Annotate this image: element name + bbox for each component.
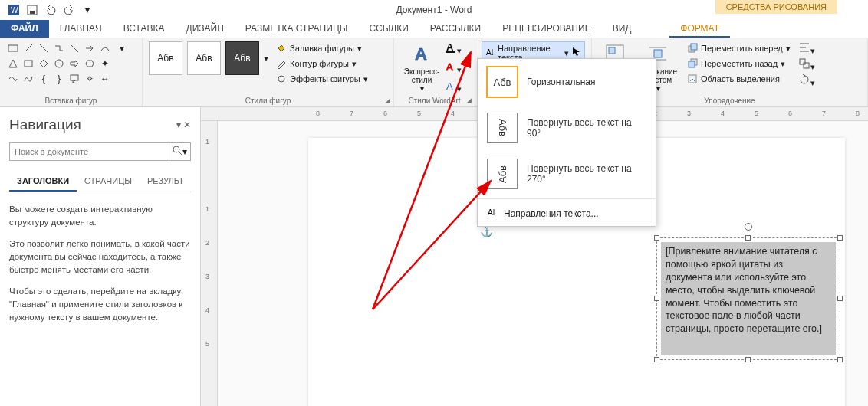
shape-brace-icon[interactable]: { (37, 72, 51, 86)
resize-handle[interactable] (654, 296, 659, 301)
shape-connector2-icon[interactable] (67, 41, 81, 55)
qat-customize-icon[interactable]: ▾ (81, 4, 94, 16)
quick-styles-button[interactable]: A Экспресс-стили▾ (400, 41, 443, 94)
styles-more-icon[interactable]: ▾ (264, 53, 268, 64)
save-icon[interactable] (26, 4, 38, 16)
resize-handle[interactable] (654, 235, 659, 241)
nav-tab-pages[interactable]: СТРАНИЦЫ (77, 172, 140, 192)
tab-design[interactable]: ДИЗАЙН (176, 20, 235, 38)
shape-arrow-icon[interactable] (83, 41, 97, 55)
dd-item-more[interactable]: A ННаправления текста...аправления текст… (478, 201, 656, 226)
resize-handle[interactable] (837, 357, 843, 362)
text-box[interactable]: [Привлеките внимание читателя с помощью … (656, 237, 840, 360)
svg-rect-31 (804, 63, 809, 68)
shape-hex-icon[interactable] (83, 57, 97, 70)
send-backward-button[interactable]: Переместить назад ▾ (684, 57, 794, 70)
shape-triangle-icon[interactable] (6, 57, 20, 70)
shape-effects-button[interactable]: Эффекты фигуры ▾ (273, 72, 371, 86)
shapes-gallery[interactable]: ✦ { } ✧ ↔ (6, 41, 112, 86)
nav-tab-headings[interactable]: ЗАГОЛОВКИ (9, 172, 77, 192)
resize-handle[interactable] (745, 357, 751, 362)
resize-handle[interactable] (654, 357, 659, 362)
nav-search-input[interactable] (10, 143, 169, 160)
text-box-content[interactable]: [Привлеките внимание читателя с помощью … (661, 242, 836, 355)
shape-textbox-icon[interactable] (6, 41, 20, 55)
shape-arrowr-icon[interactable] (67, 57, 81, 70)
text-outline-button[interactable]: A▾ (445, 61, 462, 75)
align-button[interactable]: ▾ (798, 41, 815, 56)
shape-circle-icon[interactable] (52, 57, 66, 70)
resize-handle[interactable] (837, 296, 843, 301)
shape-callout-icon[interactable] (67, 72, 81, 86)
tab-home[interactable]: ГЛАВНАЯ (49, 20, 113, 38)
tab-references[interactable]: ССЫЛКИ (358, 20, 419, 38)
nav-search-button[interactable]: ▾ (169, 143, 190, 160)
shape-brace2-icon[interactable]: } (52, 72, 66, 86)
selection-pane-button[interactable]: Область выделения (684, 72, 794, 86)
resize-handle[interactable] (745, 235, 751, 241)
shape-fill-button[interactable]: Заливка фигуры ▾ (273, 41, 371, 55)
shape-star-icon[interactable]: ✦ (98, 57, 112, 70)
svg-point-8 (55, 60, 63, 67)
shapes-more-icon[interactable]: ▾ (117, 41, 127, 55)
svg-rect-30 (800, 59, 805, 64)
shape-connector-icon[interactable] (52, 41, 66, 55)
tab-view[interactable]: ВИД (602, 20, 643, 38)
shape-line-icon[interactable] (21, 41, 35, 55)
shape-outline-button[interactable]: Контур фигуры ▾ (273, 57, 371, 70)
dd-item-rotate-270[interactable]: Абв Повернуть весь текст на 270° (478, 151, 656, 197)
shape-diamond-icon[interactable] (37, 57, 51, 70)
dd-item-rotate-90[interactable]: Абв Повернуть весь текст на 90° (478, 105, 656, 151)
rotate-handle[interactable] (745, 223, 752, 231)
styles-dialog-launcher-icon[interactable]: ◢ (383, 96, 392, 105)
style-preset-3[interactable]: Абв (225, 41, 259, 75)
main-area: Навигация ▾ ✕ ▾ ЗАГОЛОВКИ СТРАНИЦЫ РЕЗУЛ… (0, 107, 868, 406)
ruler-vertical[interactable]: 112345 (201, 121, 218, 406)
forward-icon (687, 43, 698, 54)
tab-file[interactable]: ФАЙЛ (0, 20, 49, 38)
shape-dblarrow-icon[interactable]: ↔ (98, 72, 112, 86)
svg-point-32 (173, 146, 179, 152)
tab-format[interactable]: ФОРМАТ (669, 20, 730, 38)
nav-help-text: Вы можете создать интерактивную структур… (9, 203, 191, 323)
word-app-icon[interactable]: W (8, 4, 20, 16)
dd-item-horizontal[interactable]: Абв Горизонтальная (478, 59, 656, 105)
window-title: Документ1 - Word (396, 5, 472, 15)
tab-insert[interactable]: ВСТАВКА (113, 20, 176, 38)
ribbon-tabs: ФАЙЛ ГЛАВНАЯ ВСТАВКА ДИЗАЙН РАЗМЕТКА СТР… (0, 20, 868, 38)
style-preset-2[interactable]: Абв (187, 41, 221, 75)
svg-rect-13 (446, 51, 455, 53)
rotate-button[interactable]: ▾ (798, 74, 815, 88)
rotate90-sample-icon: Абв (487, 113, 518, 143)
nav-tabs: ЗАГОЛОВКИ СТРАНИЦЫ РЕЗУЛЬТ (9, 172, 191, 192)
wordart-dialog-launcher-icon[interactable]: ◢ (464, 96, 473, 105)
text-effects-button[interactable]: A▾ (445, 80, 462, 94)
shape-curve-icon[interactable] (98, 41, 112, 55)
horizontal-sample-icon: Абв (487, 67, 518, 97)
shape-free2-icon[interactable] (21, 72, 35, 86)
contextual-tab-label: СРЕДСТВА РИСОВАНИЯ (715, 0, 837, 14)
nav-search[interactable]: ▾ (9, 142, 191, 161)
group-button[interactable]: ▾ (798, 57, 815, 72)
text-fill-button[interactable]: A▾ (445, 41, 462, 56)
shape-star2-icon[interactable]: ✧ (83, 72, 97, 86)
tab-layout[interactable]: РАЗМЕТКА СТРАНИЦЫ (235, 20, 359, 38)
svg-text:A: A (486, 48, 492, 57)
tab-mailings[interactable]: РАССЫЛКИ (419, 20, 492, 38)
undo-icon[interactable] (44, 4, 57, 16)
tab-review[interactable]: РЕЦЕНЗИРОВАНИЕ (492, 20, 601, 38)
resize-handle[interactable] (837, 235, 843, 241)
style-preset-1[interactable]: Абв (149, 41, 182, 75)
group-shape-styles: Абв Абв Абв ▾ Заливка фигуры ▾ Контур фи… (143, 38, 394, 106)
bring-forward-button[interactable]: Переместить вперед ▾ (684, 41, 794, 55)
shape-free1-icon[interactable] (6, 72, 20, 86)
titlebar: W ▾ Документ1 - Word СРЕДСТВА РИСОВАНИЯ (0, 0, 868, 20)
redo-icon[interactable] (63, 4, 75, 16)
shape-line2-icon[interactable] (37, 41, 51, 55)
svg-line-33 (179, 152, 182, 155)
svg-text:A: A (446, 61, 453, 73)
svg-rect-7 (25, 61, 32, 67)
nav-tab-results[interactable]: РЕЗУЛЬТ (140, 172, 192, 192)
shape-rect-icon[interactable] (21, 57, 35, 70)
nav-close-icon[interactable]: ▾ ✕ (176, 120, 191, 130)
